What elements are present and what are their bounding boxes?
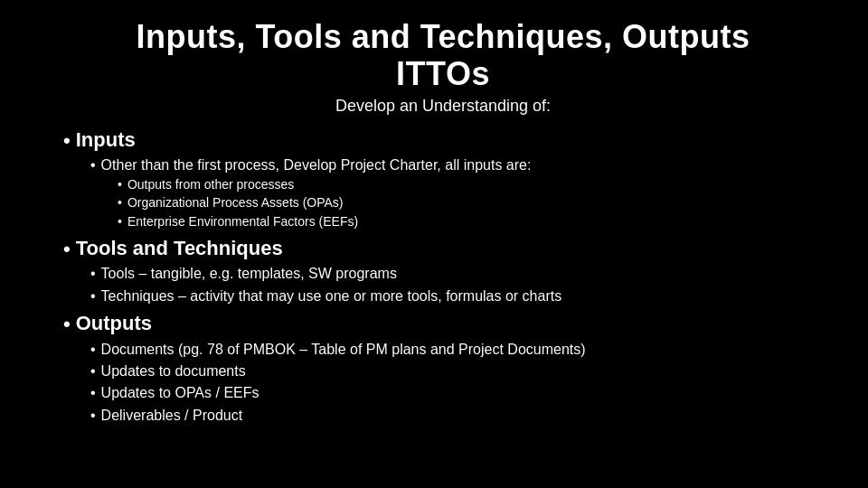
item-inputs-sub1-2: •Organizational Process Assets (OPAs) (90, 194, 832, 212)
bullet-l3: • (118, 176, 122, 194)
bullet-l1: • (63, 312, 71, 338)
subsection-text-outputs-sub3: Updates to OPAs / EEFs (101, 383, 259, 403)
section-inputs: •Inputs•Other than the first process, De… (63, 128, 832, 231)
subsection-text-outputs-sub4: Deliverables / Product (101, 406, 243, 426)
item-inputs-sub1-3: •Enterprise Environmental Factors (EEFs) (90, 213, 832, 231)
subsection-outputs-sub2: •Updates to documents (63, 361, 832, 381)
subtitle: Develop an Understanding of: (54, 97, 832, 116)
subsection-text-tools-sub1: Tools – tangible, e.g. templates, SW pro… (101, 264, 397, 284)
section-text-outputs: Outputs (76, 312, 152, 335)
bullet-l2: • (90, 286, 96, 306)
bullet-l2: • (90, 340, 96, 360)
section-label-tools: •Tools and Techniques (63, 237, 832, 263)
bullet-l1: • (63, 237, 71, 263)
bullet-l2: • (90, 383, 96, 403)
section-outputs: •Outputs•Documents (pg. 78 of PMBOK – Ta… (63, 312, 832, 426)
title-block: Inputs, Tools and Techniques, Outputs IT… (54, 18, 832, 123)
bullet-l2: • (90, 361, 96, 381)
main-title-line2: ITTOs (54, 55, 832, 92)
item-text-inputs-sub1-1: Outputs from other processes (127, 176, 294, 194)
subsection-tools-sub1: •Tools – tangible, e.g. templates, SW pr… (63, 264, 832, 284)
section-text-tools: Tools and Techniques (76, 237, 283, 260)
subsection-outputs-sub1: •Documents (pg. 78 of PMBOK – Table of P… (63, 340, 832, 360)
section-label-inputs: •Inputs (63, 128, 832, 155)
item-text-inputs-sub1-2: Organizational Process Assets (OPAs) (127, 194, 344, 212)
bullet-l3: • (118, 213, 122, 231)
subsection-tools-sub2: •Techniques – activity that may use one … (63, 286, 832, 306)
bullet-l2: • (90, 155, 96, 175)
subsection-text-tools-sub2: Techniques – activity that may use one o… (101, 286, 562, 306)
bullet-l3: • (118, 194, 122, 212)
main-title-line1: Inputs, Tools and Techniques, Outputs (54, 18, 832, 55)
subsection-inputs-sub1: •Other than the first process, Develop P… (63, 155, 832, 230)
subsection-outputs-sub3: •Updates to OPAs / EEFs (63, 383, 832, 403)
subsection-text-outputs-sub2: Updates to documents (101, 361, 246, 381)
section-text-inputs: Inputs (76, 128, 136, 152)
content-area: •Inputs•Other than the first process, De… (54, 128, 832, 431)
bullet-l1: • (63, 128, 71, 155)
bullet-l2: • (90, 264, 96, 284)
bullet-l2: • (90, 406, 96, 426)
subsection-text-inputs-sub1: Other than the first process, Develop Pr… (101, 155, 532, 175)
section-tools: •Tools and Techniques•Tools – tangible, … (63, 237, 832, 306)
subsection-outputs-sub4: •Deliverables / Product (63, 406, 832, 426)
section-label-outputs: •Outputs (63, 312, 832, 338)
item-inputs-sub1-1: •Outputs from other processes (90, 176, 832, 194)
item-text-inputs-sub1-3: Enterprise Environmental Factors (EEFs) (127, 213, 358, 231)
subsection-text-outputs-sub1: Documents (pg. 78 of PMBOK – Table of PM… (101, 340, 586, 360)
